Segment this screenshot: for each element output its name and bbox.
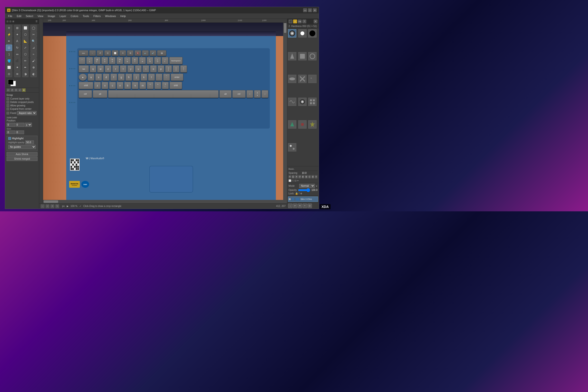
current-layer-checkbox[interactable] <box>6 98 9 100</box>
tool-scissors[interactable]: ✂ <box>30 32 37 38</box>
status-icon-1[interactable]: ↓ <box>41 204 44 208</box>
layer-edit-icon-1[interactable]: ✏ <box>288 175 291 178</box>
brush-10[interactable] <box>298 98 306 106</box>
aspect-ratio-select[interactable]: Aspect ratio <box>17 111 36 115</box>
key-j[interactable]: j <box>133 74 140 81</box>
brush-4[interactable] <box>298 52 306 60</box>
key-tab[interactable]: tab <box>79 65 89 72</box>
key-backspace[interactable]: backspace <box>169 57 182 64</box>
key-power[interactable]: ⏻ <box>157 50 166 56</box>
tool-text[interactable]: A <box>14 38 20 44</box>
key-w[interactable]: w <box>97 65 104 72</box>
brush-hardness050[interactable] <box>288 29 296 38</box>
key-rbrace[interactable]: }] <box>173 65 180 72</box>
key-3[interactable]: #3 <box>101 57 108 64</box>
key-vol-up[interactable]: 🔊 <box>150 50 156 56</box>
position-y-input[interactable] <box>16 123 24 127</box>
key-6[interactable]: ^6 <box>124 57 131 64</box>
key-1[interactable]: !1 <box>86 57 93 64</box>
key-h[interactable]: h <box>126 74 132 81</box>
key-up-down-arrow[interactable]: ∧∨ <box>254 90 261 98</box>
menu-filters[interactable]: Filters <box>92 14 103 18</box>
key-refresh[interactable]: ↺ <box>97 50 104 56</box>
panel-icon-text[interactable]: A <box>293 20 297 23</box>
canvas-container[interactable]: |295 |300 |400 |600 |800 |1000 |1100 |12… <box>39 19 287 209</box>
key-5[interactable]: %5 <box>116 57 123 64</box>
tool-blend[interactable]: ⬛ <box>14 58 20 64</box>
key-r[interactable]: r <box>112 65 119 72</box>
layer-btn-3[interactable]: ✕ <box>298 204 302 208</box>
tool-airbrush[interactable]: ✦ <box>14 64 20 70</box>
key-u[interactable]: u <box>135 65 142 72</box>
highlight-checkbox[interactable] <box>8 137 11 140</box>
menu-tools[interactable]: Tools <box>81 14 91 18</box>
tool-select-color[interactable]: ⬡ <box>22 32 28 38</box>
tool-perspective[interactable]: ⟆ <box>6 51 12 58</box>
guides-select[interactable]: No guides <box>8 145 36 149</box>
menu-select[interactable]: Select <box>24 14 35 18</box>
status-icon-2[interactable]: ↩ <box>46 204 50 208</box>
brush-12[interactable] <box>288 120 296 128</box>
layer-edit-icon-2[interactable]: ⊡ <box>292 175 294 178</box>
mode-select[interactable]: Normal <box>299 184 315 188</box>
key-m[interactable]: m <box>139 82 146 89</box>
menu-layer[interactable]: Layer <box>58 14 68 18</box>
layer-edit-icon-4[interactable]: ↺ <box>298 175 301 178</box>
key-f[interactable]: f <box>110 74 117 81</box>
key-esc[interactable]: esc <box>79 50 88 56</box>
key-right-arrow[interactable]: › <box>262 90 268 98</box>
layer-edit-icon-6[interactable]: ⊗ <box>305 175 308 178</box>
status-icon-3[interactable]: ✕ <box>50 204 54 208</box>
redo-button[interactable]: ↺ <box>10 88 14 92</box>
brush-13[interactable] <box>298 120 306 128</box>
brush-9[interactable] <box>288 98 296 106</box>
tool-paths[interactable]: ✒ <box>6 38 12 44</box>
key-slash[interactable]: ?/ <box>162 82 169 89</box>
key-left-arrow[interactable]: ‹ <box>246 90 253 98</box>
size-w-input[interactable] <box>6 130 15 134</box>
key-brightness-down[interactable]: ☀ <box>119 50 126 56</box>
tool-heal[interactable]: ⊕ <box>30 64 37 70</box>
tool-free-select[interactable]: ⚡ <box>6 32 12 38</box>
undo-button[interactable]: ↩ <box>6 88 10 92</box>
key-n[interactable]: n <box>132 82 138 89</box>
color-indicator[interactable]: ■ <box>22 88 26 92</box>
key-2[interactable]: @2 <box>94 57 100 64</box>
key-pipe[interactable]: |\ <box>180 65 187 72</box>
key-o[interactable]: o <box>150 65 157 72</box>
tool-scale[interactable]: ⤢ <box>22 44 28 51</box>
tool-bucket-fill[interactable]: 🪣 <box>6 58 12 64</box>
tool-clone[interactable]: ⊙ <box>6 71 12 77</box>
tool-ink[interactable]: ✒ <box>22 64 28 70</box>
vertical-scrollbar[interactable] <box>283 23 287 203</box>
maximize-button[interactable]: □ <box>308 8 312 12</box>
key-tilde[interactable]: ~` <box>79 57 86 64</box>
layer-btn-1[interactable]: ↓ <box>288 204 292 208</box>
tool-paintbrush[interactable]: 🖌 <box>30 58 37 64</box>
mode-arrow[interactable]: ∨ <box>316 185 318 187</box>
layer-btn-5[interactable]: ⊡ <box>308 204 312 208</box>
key-9[interactable]: (9 <box>146 57 154 64</box>
brush-1[interactable] <box>298 29 306 38</box>
delete-cropped-checkbox[interactable] <box>6 101 9 104</box>
key-alt-right[interactable]: alt <box>219 90 232 98</box>
key-ctrl-left[interactable]: ctrl <box>79 90 92 98</box>
key-caps[interactable]: ● <box>79 74 87 81</box>
panel-close-icon[interactable]: ✕ <box>314 20 318 23</box>
key-back[interactable]: ← <box>89 50 96 56</box>
key-period[interactable]: >. <box>154 82 161 89</box>
tool-smudge[interactable]: ≋ <box>14 71 20 77</box>
key-0[interactable]: )0 <box>154 57 161 64</box>
key-l[interactable]: l <box>148 74 155 81</box>
cancel-button[interactable]: ✕ <box>14 88 18 92</box>
key-fullscreen[interactable]: ⊡ <box>104 50 111 56</box>
tool-crop[interactable]: ⊡ <box>6 44 12 51</box>
opacity-input[interactable] <box>25 140 34 144</box>
key-i[interactable]: i <box>142 65 149 72</box>
key-spacebar[interactable] <box>108 90 219 98</box>
tool-desaturate[interactable]: ◐ <box>30 71 37 77</box>
key-alt-left[interactable]: alt <box>93 90 107 98</box>
brush-5[interactable] <box>308 52 316 60</box>
key-s[interactable]: s <box>95 74 102 81</box>
tool-flip[interactable]: ⇔ <box>14 51 20 58</box>
